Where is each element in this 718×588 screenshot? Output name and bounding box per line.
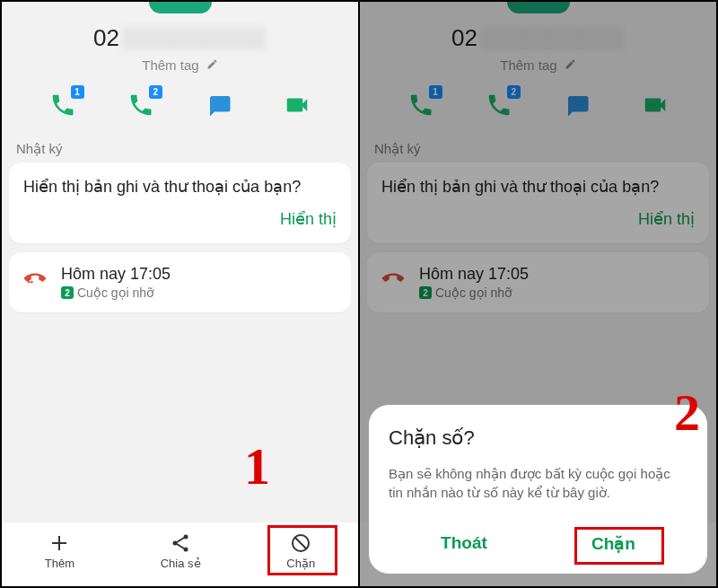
- annotation-step-1: 1: [244, 436, 270, 496]
- annotation-step-2: 2: [674, 382, 700, 443]
- phone-prefix: 02: [93, 24, 119, 52]
- dialog-cancel-button[interactable]: Thoát: [416, 526, 512, 561]
- phone-blurred: [123, 27, 267, 50]
- sim1-badge: 1: [71, 85, 84, 99]
- log-time: Hôm nay 17:05: [61, 265, 171, 284]
- share-button[interactable]: Chia sẻ: [161, 531, 201, 570]
- dialog-title: Chặn số?: [389, 426, 687, 450]
- log-type: Cuộc gọi nhỡ: [77, 285, 154, 300]
- share-icon: [161, 531, 201, 555]
- contact-actions: 1 2: [23, 89, 337, 121]
- call-sim1-button[interactable]: 1: [47, 89, 79, 121]
- screen-2: 02 Thêm tag 1 2 Nhật ký: [359, 2, 716, 586]
- annotation-box-1: [267, 525, 337, 575]
- log-section-header: Nhật ký: [2, 134, 358, 162]
- call-log-entry[interactable]: Hôm nay 17:05 2 Cuộc gọi nhỡ: [9, 252, 351, 312]
- share-label: Chia sẻ: [161, 557, 201, 570]
- show-records-card: Hiển thị bản ghi và thư thoại của bạn? H…: [9, 162, 351, 243]
- sim-badge: 2: [61, 286, 74, 299]
- plus-icon: [45, 531, 74, 555]
- sim2-badge: 2: [149, 85, 162, 99]
- log-subtitle: 2 Cuộc gọi nhỡ: [61, 285, 171, 300]
- more-button[interactable]: Thêm: [45, 531, 74, 570]
- pencil-icon: [206, 58, 218, 73]
- show-records-button[interactable]: Hiển thị: [23, 209, 337, 229]
- add-tag-label: Thêm tag: [142, 57, 198, 73]
- video-call-button[interactable]: [281, 89, 313, 121]
- message-button[interactable]: [203, 89, 235, 121]
- show-records-question: Hiển thị bản ghi và thư thoại của bạn?: [23, 177, 337, 197]
- call-sim2-button[interactable]: 2: [125, 89, 157, 121]
- add-tag-button[interactable]: Thêm tag: [2, 57, 358, 73]
- screen-1: 02 Thêm tag 1 2 Nhật ký: [2, 2, 359, 586]
- dialog-body: Bạn sẽ không nhận được bất kỳ cuộc gọi h…: [389, 464, 687, 504]
- phone-number: 02: [2, 24, 358, 52]
- annotation-box-2: [574, 527, 664, 565]
- avatar-bottom: [149, 2, 212, 13]
- missed-call-icon: [23, 267, 48, 294]
- more-label: Thêm: [45, 557, 74, 570]
